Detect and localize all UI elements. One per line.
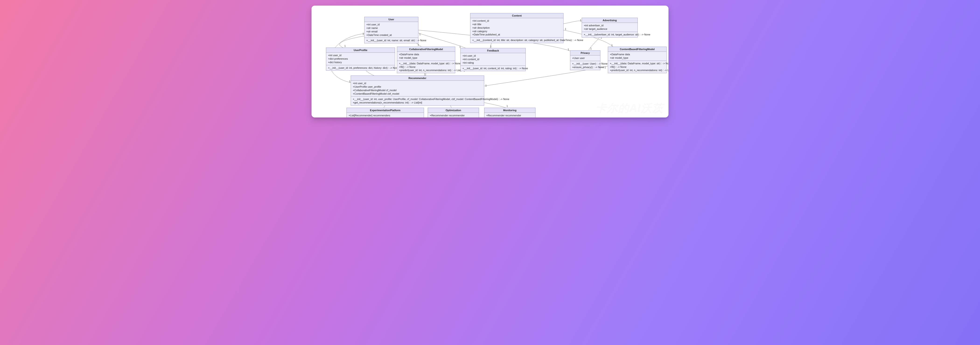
class-title: CollaborativeFilteringModel bbox=[397, 47, 455, 52]
class-title: User bbox=[364, 17, 418, 22]
class-content: Content +int content_id +str title +str … bbox=[470, 13, 563, 43]
class-feedback: Feedback +int user_id +int content_id +i… bbox=[460, 48, 526, 71]
mult: 1 bbox=[565, 28, 566, 30]
class-monitoring: Monitoring +Recommender recommender +__i… bbox=[484, 108, 536, 117]
class-experimentationplatform: ExperimentationPlatform +List[Recommende… bbox=[347, 108, 424, 117]
class-title: Advertising bbox=[582, 18, 638, 23]
mult: 1 bbox=[506, 105, 508, 108]
class-methods: +__init__(user_id: int, preferences: dic… bbox=[326, 65, 395, 71]
class-contentbasedfilteringmodel: ContentBasedFilteringModel +DataFrame da… bbox=[608, 47, 667, 73]
class-title: Monitoring bbox=[484, 108, 535, 113]
mult: 1 bbox=[344, 45, 346, 47]
class-attrs: +int user_id +int content_id +int rating bbox=[461, 53, 525, 66]
class-advertising: Advertising +int advertiser_id +str targ… bbox=[582, 18, 638, 38]
mult: 1 bbox=[590, 47, 592, 50]
class-attrs: +int user_id +dict preferences +dict his… bbox=[326, 53, 395, 65]
class-title: ContentBasedFilteringModel bbox=[608, 47, 667, 52]
mult: 1 bbox=[490, 45, 492, 48]
mult: 1 bbox=[568, 48, 570, 51]
class-attrs: +DataFrame data +str model_type bbox=[608, 52, 667, 61]
mult: 1 bbox=[605, 66, 606, 69]
class-methods: +__init__(user: User) : -> None +ensure_… bbox=[570, 61, 600, 70]
class-attrs: +int content_id +str title +str descript… bbox=[470, 18, 563, 38]
mult: 1 bbox=[611, 44, 613, 47]
class-attrs: +List[Recommender] recommenders bbox=[347, 113, 424, 117]
class-methods: +__init__(user_id: int, content_id: int,… bbox=[461, 66, 525, 71]
class-title: UserProfile bbox=[326, 48, 395, 53]
class-title: Optimization bbox=[428, 108, 479, 113]
class-methods: +__init__(data: DataFrame, model_type: s… bbox=[608, 61, 667, 73]
class-attrs: +int advertiser_id +str target_audience bbox=[582, 23, 638, 32]
class-attrs: +Recommender recommender bbox=[484, 113, 535, 117]
edge-content-advertising bbox=[563, 21, 582, 24]
class-attrs: +int user_id +str name +str email +DateT… bbox=[364, 22, 418, 38]
class-optimization: Optimization +Recommender recommender +_… bbox=[428, 108, 479, 117]
class-attrs: +Recommender recommender bbox=[428, 113, 479, 117]
mult: 1 bbox=[363, 33, 364, 35]
mult: 1 bbox=[580, 19, 582, 22]
edge-user-userprofile bbox=[339, 36, 365, 47]
class-title: Recommender bbox=[351, 76, 484, 81]
class-collaborativefilteringmodel: CollaborativeFilteringModel +DataFrame d… bbox=[397, 47, 455, 73]
class-methods: +__init__(advertiser_id: int, target_aud… bbox=[582, 32, 638, 37]
class-attrs: +int user_id +UserProfile user_profile +… bbox=[351, 81, 484, 97]
class-methods: +__init__(content_id: int, title: str, d… bbox=[470, 38, 563, 43]
class-title: Privacy bbox=[570, 51, 600, 55]
diagram-canvas: 1 1 1 1 1 1 1 1 1 1 1 1 1 1 1 1 1 1 1 1 … bbox=[312, 6, 668, 117]
mult: 1 bbox=[419, 33, 421, 36]
class-privacy: Privacy +User user +__init__(user: User)… bbox=[570, 51, 600, 70]
class-title: Feedback bbox=[461, 48, 525, 53]
class-methods: +__init__(data: DataFrame, model_type: s… bbox=[397, 61, 455, 73]
mult: 1 bbox=[485, 84, 487, 87]
class-methods: +__init__(user_id: int, user_profile: Us… bbox=[351, 97, 484, 105]
class-user: User +int user_id +str name +str email +… bbox=[364, 17, 418, 43]
class-attrs: +User user bbox=[570, 55, 600, 61]
class-title: ExperimentationPlatform bbox=[347, 108, 424, 113]
watermark-text: 卡尔的AI沃茨 bbox=[596, 101, 663, 115]
class-attrs: +DataFrame data +str model_type bbox=[397, 52, 455, 61]
class-methods: +__init__(user_id: int, name: str, email… bbox=[364, 38, 418, 43]
mult: 1 bbox=[417, 44, 419, 46]
class-userprofile: UserProfile +int user_id +dict preferenc… bbox=[326, 47, 395, 71]
class-title: Content bbox=[470, 13, 563, 18]
class-recommender: Recommender +int user_id +UserProfile us… bbox=[351, 76, 484, 106]
mult: 1 bbox=[349, 80, 351, 83]
